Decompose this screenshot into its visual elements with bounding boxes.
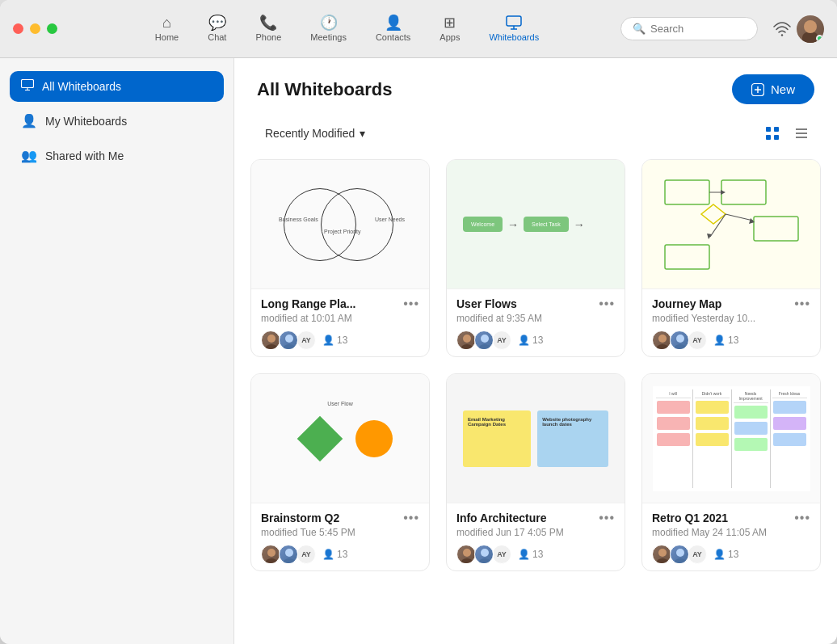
svg-rect-11 — [774, 127, 779, 132]
svg-point-20 — [283, 344, 296, 350]
sidebar-item-my-whiteboards[interactable]: 👤 My Whiteboards — [10, 105, 224, 137]
brainstorm-diagram: User Flow — [280, 394, 401, 483]
card-count-wb6: 👤 13 — [713, 549, 738, 560]
count-icon: 👤 — [713, 549, 726, 560]
venn-label-business: Business Goals — [279, 217, 318, 222]
view-toggles — [759, 120, 814, 146]
card-info-wb1: Long Range Pla... ••• modified at 10:01 … — [251, 289, 429, 356]
collaborator-avatar-1 — [652, 545, 671, 564]
card-modified-wb5: modified Jun 17 4:05 PM — [456, 527, 615, 538]
filter-dropdown[interactable]: Recently Modified ▾ — [257, 122, 373, 145]
collaborator-avatar-1 — [261, 330, 280, 350]
card-count-wb5: 👤 13 — [518, 549, 543, 560]
sticky-title-2: Website photography launch dates — [542, 417, 604, 427]
svg-rect-10 — [766, 127, 771, 132]
flow-arrow-2: → — [574, 218, 585, 231]
collaborator-avatar-1 — [652, 330, 671, 350]
card-more-wb2[interactable]: ••• — [599, 297, 615, 310]
svg-point-51 — [674, 558, 687, 564]
svg-line-34 — [710, 214, 726, 237]
card-more-wb6[interactable]: ••• — [794, 511, 810, 524]
nav-whiteboards-label: Whiteboards — [489, 32, 539, 42]
card-thumbnail-wb5: Email Marketing Campaign Dates Website p… — [447, 374, 625, 503]
svg-rect-27 — [754, 217, 798, 241]
svg-rect-12 — [766, 135, 771, 140]
new-button[interactable]: New — [732, 74, 814, 104]
sidebar-shared-label: Shared with Me — [45, 149, 124, 162]
card-more-wb3[interactable]: ••• — [794, 297, 810, 310]
nav-phone-label: Phone — [255, 32, 281, 42]
nav-apps-label: Apps — [440, 32, 460, 42]
close-button[interactable] — [13, 23, 23, 34]
retro-note — [657, 417, 690, 430]
collaborator-initials: AY — [688, 330, 707, 350]
whiteboard-card-wb2[interactable]: Welcome → Select Task → User Flows ••• — [446, 159, 625, 357]
whiteboard-card-wb3[interactable]: Journey Map ••• modified Yesterday 10... — [641, 159, 821, 357]
sidebar-item-all-whiteboards[interactable]: All Whiteboards — [10, 71, 224, 102]
retro-diagram: I will Didn't work — [653, 386, 810, 491]
retro-note — [773, 401, 806, 414]
retro-divider — [731, 389, 732, 488]
retro-divider — [692, 389, 693, 488]
svg-point-49 — [656, 558, 669, 564]
nav-meetings[interactable]: 🕐 Meetings — [297, 11, 360, 47]
card-footer-wb2: AY 👤 13 — [456, 330, 615, 350]
chevron-down-icon: ▾ — [360, 127, 365, 140]
card-info-wb3: Journey Map ••• modified Yesterday 10... — [642, 289, 820, 356]
retro-note — [773, 433, 806, 446]
count-icon: 👤 — [322, 549, 334, 560]
whiteboard-card-wb1[interactable]: Business Goals User Needs Project Priori… — [250, 159, 430, 357]
svg-point-3 — [781, 34, 783, 36]
svg-point-47 — [478, 558, 491, 564]
card-title-row-wb4: Brainstorm Q2 ••• — [261, 511, 419, 524]
svg-rect-0 — [507, 16, 521, 26]
whiteboard-card-wb6[interactable]: I will Didn't work — [641, 373, 821, 571]
card-footer-wb4: AY 👤 13 — [261, 545, 419, 564]
card-more-wb4[interactable]: ••• — [403, 511, 419, 524]
retro-header-2: Didn't work — [695, 389, 730, 398]
search-input[interactable] — [650, 23, 746, 35]
nav-whiteboards[interactable]: Whiteboards — [476, 11, 552, 47]
collaborator-initials: AY — [297, 330, 316, 350]
wifi-icon[interactable] — [768, 15, 797, 44]
chat-icon: 💬 — [208, 15, 226, 30]
whiteboard-card-wb4[interactable]: User Flow Brainstorm Q2 ••• modified Tue… — [250, 373, 430, 571]
nav-home[interactable]: ⌂ Home — [142, 11, 191, 47]
nav-phone[interactable]: 📞 Phone — [242, 11, 294, 47]
nav-apps[interactable]: ⊞ Apps — [427, 11, 473, 47]
sidebar-item-shared[interactable]: 👥 Shared with Me — [10, 140, 224, 171]
avatar[interactable] — [797, 15, 824, 43]
collaborator-initials: AY — [297, 545, 316, 564]
svg-point-18 — [265, 344, 278, 350]
minimize-button[interactable] — [30, 23, 40, 34]
svg-rect-28 — [665, 245, 709, 269]
count-value: 13 — [337, 335, 347, 346]
card-info-wb6: Retro Q1 2021 ••• modified May 24 11:05 … — [642, 503, 820, 570]
svg-point-22 — [461, 344, 473, 350]
collaborator-avatar-1 — [456, 330, 476, 350]
card-count-wb4: 👤 13 — [322, 549, 347, 560]
card-thumbnail-wb6: I will Didn't work — [642, 374, 820, 503]
maximize-button[interactable] — [47, 23, 57, 34]
retro-header-3: Needs Improvement — [734, 389, 768, 403]
card-more-wb5[interactable]: ••• — [599, 511, 615, 524]
toolbar: Recently Modified ▾ — [234, 117, 837, 159]
list-view-button[interactable] — [789, 120, 814, 146]
svg-rect-25 — [665, 180, 709, 204]
retro-note — [696, 401, 729, 414]
whiteboard-card-wb5[interactable]: Email Marketing Campaign Dates Website p… — [446, 373, 625, 571]
circle-shape — [355, 420, 393, 457]
retro-note — [696, 433, 729, 446]
grid-view-button[interactable] — [759, 120, 785, 146]
search-bar[interactable]: 🔍 — [620, 17, 758, 40]
card-more-wb1[interactable]: ••• — [403, 297, 419, 310]
nav-chat[interactable]: 💬 Chat — [195, 11, 239, 47]
svg-point-42 — [285, 549, 293, 557]
card-title-wb2: User Flows — [456, 297, 517, 310]
nav-contacts[interactable]: 👤 Contacts — [363, 11, 423, 47]
retro-col-1: I will — [656, 389, 691, 488]
svg-point-19 — [285, 335, 293, 343]
ia-diagram: Email Marketing Campaign Dates Website p… — [463, 390, 608, 487]
collaborator-avatar-2 — [670, 545, 689, 564]
new-button-label: New — [771, 82, 795, 96]
